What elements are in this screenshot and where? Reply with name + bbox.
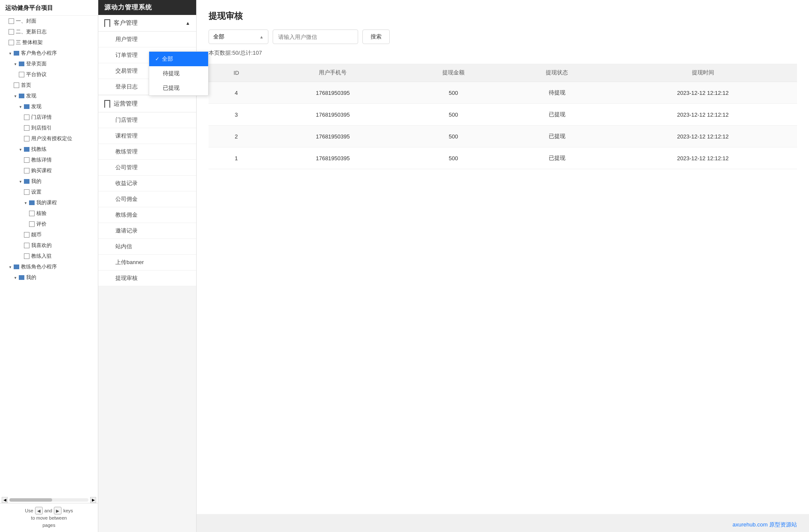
sidebar-item-cover[interactable]: 一、封面 bbox=[0, 16, 98, 26]
page-icon bbox=[24, 136, 29, 141]
expand-icon bbox=[14, 94, 18, 98]
table-row: 1 17681950395 500 已提现 2023-12-12 12:12:1… bbox=[209, 147, 797, 169]
sidebar-item-store-detail[interactable]: 门店详情 bbox=[0, 112, 98, 123]
nav-company-commission[interactable]: 公司佣金 bbox=[98, 191, 196, 207]
nav-income-record[interactable]: 收益记录 bbox=[98, 176, 196, 191]
cell-amount: 500 bbox=[402, 147, 505, 169]
sidebar-bottom: Use ◀ and ▶ keys to move between pages bbox=[0, 503, 98, 532]
sidebar-item-discover-sub[interactable]: 发现 bbox=[0, 101, 98, 112]
folder-icon bbox=[19, 62, 24, 66]
sidebar-item-coach-detail[interactable]: 教练详情 bbox=[0, 155, 98, 165]
sidebar-item-platform-agreement[interactable]: 平台协议 bbox=[0, 69, 98, 80]
left-sidebar: 运动健身平台项目 一、封面 二、更新日志 三 整体框架 客户角色小程序 登录页面… bbox=[0, 0, 98, 532]
cell-time: 2023-12-12 12:12:12 bbox=[609, 82, 797, 104]
sidebar-item-framework[interactable]: 三 整体框架 bbox=[0, 37, 98, 48]
nav-store-mgmt[interactable]: 门店管理 bbox=[98, 112, 196, 128]
nav-coach-mgmt[interactable]: 教练管理 bbox=[98, 144, 196, 160]
status-dropdown[interactable]: ✓ 全部 待提现 已提现 bbox=[149, 51, 209, 96]
sidebar-item-review[interactable]: 评价 bbox=[0, 219, 98, 229]
page-title: 提现审核 bbox=[209, 10, 797, 22]
ops-mgmt-header[interactable]: 运营管理 bbox=[98, 96, 196, 112]
page-icon bbox=[24, 168, 29, 173]
nav-withdrawal-review[interactable]: 提现审核 bbox=[98, 270, 196, 286]
cell-phone: 17681950395 bbox=[264, 82, 402, 104]
table-header-row: ID 用户手机号 提现金额 提现状态 提现时间 bbox=[209, 64, 797, 82]
sidebar-item-coach-role[interactable]: 教练角色小程序 bbox=[0, 262, 98, 272]
bookmark-icon bbox=[104, 19, 110, 27]
status-select[interactable]: 全部 ▲ bbox=[209, 29, 268, 44]
page-icon bbox=[29, 211, 35, 216]
sidebar-item-coins[interactable]: 靓币 bbox=[0, 229, 98, 240]
sidebar-item-settings[interactable]: 设置 bbox=[0, 187, 98, 197]
cell-id: 3 bbox=[209, 104, 264, 126]
nav-coach-commission[interactable]: 教练佣金 bbox=[98, 207, 196, 223]
chevron-up-icon: ▲ bbox=[185, 21, 190, 26]
scroll-right-btn[interactable]: ▶ bbox=[90, 497, 96, 503]
nav-course-mgmt[interactable]: 课程管理 bbox=[98, 128, 196, 144]
col-phone: 用户手机号 bbox=[264, 64, 402, 82]
folder-icon bbox=[19, 94, 24, 98]
col-id: ID bbox=[209, 64, 264, 82]
sidebar-item-verify[interactable]: 核验 bbox=[0, 208, 98, 219]
scroll-left-btn[interactable]: ◀ bbox=[2, 497, 8, 503]
cell-amount: 500 bbox=[402, 104, 505, 126]
nav-upload-banner[interactable]: 上传banner bbox=[98, 255, 196, 270]
data-table: ID 用户手机号 提现金额 提现状态 提现时间 4 17681950395 50… bbox=[209, 64, 797, 169]
main-content: 提现审核 全部 ▲ 搜索 本页数据:50/总计:107 ID 用户手机号 提现金… bbox=[197, 0, 809, 532]
scroll-track[interactable] bbox=[9, 498, 88, 502]
page-icon bbox=[9, 18, 14, 24]
check-icon: ✓ bbox=[155, 56, 159, 62]
sidebar-item-find-coach[interactable]: 找教练 bbox=[0, 144, 98, 155]
customer-mgmt-header[interactable]: 客户管理 ▲ bbox=[98, 15, 196, 32]
cell-phone: 17681950395 bbox=[264, 104, 402, 126]
cell-status: 已提现 bbox=[505, 104, 609, 126]
select-arrow-icon: ▲ bbox=[259, 35, 264, 39]
cell-id: 2 bbox=[209, 126, 264, 147]
dropdown-item-done[interactable]: 已提现 bbox=[149, 81, 208, 95]
sidebar-item-my-courses[interactable]: 我的课程 bbox=[0, 197, 98, 208]
cell-id: 1 bbox=[209, 147, 264, 169]
page-icon bbox=[24, 243, 29, 248]
table-row: 4 17681950395 500 待提现 2023-12-12 12:12:1… bbox=[209, 82, 797, 104]
wechat-input[interactable] bbox=[273, 29, 358, 44]
nav-section-ops: 运营管理 门店管理 课程管理 教练管理 公司管理 收益记录 公司佣金 教练佣金 … bbox=[98, 96, 196, 286]
sidebar-item-customer-role[interactable]: 客户角色小程序 bbox=[0, 48, 98, 59]
page-icon bbox=[19, 72, 24, 77]
sidebar-item-my-coach[interactable]: 我的 bbox=[0, 272, 98, 283]
sidebar-item-buy-course[interactable]: 购买课程 bbox=[0, 165, 98, 176]
cell-amount: 500 bbox=[402, 82, 505, 104]
cell-id: 4 bbox=[209, 82, 264, 104]
sidebar-item-login-page[interactable]: 登录页面 bbox=[0, 59, 98, 69]
nav-company-mgmt[interactable]: 公司管理 bbox=[98, 160, 196, 176]
sidebar-item-discover[interactable]: 发现 bbox=[0, 91, 98, 101]
table-row: 3 17681950395 500 已提现 2023-12-12 12:12:1… bbox=[209, 104, 797, 126]
content-area: 提现审核 全部 ▲ 搜索 本页数据:50/总计:107 ID 用户手机号 提现金… bbox=[197, 0, 809, 514]
nav-user-mgmt[interactable]: 用户管理 bbox=[98, 32, 196, 47]
nav-station-msg[interactable]: 站内信 bbox=[98, 239, 196, 255]
search-button[interactable]: 搜索 bbox=[362, 29, 390, 44]
cell-phone: 17681950395 bbox=[264, 126, 402, 147]
dropdown-item-all[interactable]: ✓ 全部 bbox=[149, 52, 208, 66]
col-amount: 提现金额 bbox=[402, 64, 505, 82]
sidebar-item-store-nav[interactable]: 到店指引 bbox=[0, 123, 98, 133]
nav-invite-record[interactable]: 邀请记录 bbox=[98, 223, 196, 239]
sidebar-item-no-auth[interactable]: 用户没有授权定位 bbox=[0, 133, 98, 144]
sidebar-item-favorites[interactable]: 我喜欢的 bbox=[0, 240, 98, 251]
page-icon bbox=[24, 115, 29, 120]
dropdown-item-pending[interactable]: 待提现 bbox=[149, 66, 208, 81]
page-icon bbox=[24, 157, 29, 163]
sidebar-item-my[interactable]: 我的 bbox=[0, 176, 98, 187]
sidebar-item-coach-join[interactable]: 教练入驻 bbox=[0, 251, 98, 262]
page-icon bbox=[24, 189, 29, 195]
cell-status: 已提现 bbox=[505, 147, 609, 169]
sidebar-scroll[interactable]: 一、封面 二、更新日志 三 整体框架 客户角色小程序 登录页面 平台协议 首页 bbox=[0, 16, 98, 495]
project-title: 运动健身平台项目 bbox=[0, 0, 98, 16]
sidebar-item-home[interactable]: 首页 bbox=[0, 80, 98, 91]
expand-icon bbox=[19, 147, 23, 152]
bookmark-icon bbox=[104, 100, 110, 108]
sidebar-item-update-log[interactable]: 二、更新日志 bbox=[0, 26, 98, 37]
expand-icon bbox=[9, 51, 13, 56]
page-icon bbox=[9, 40, 14, 45]
next-key-icon: ▶ bbox=[54, 507, 62, 514]
folder-icon bbox=[24, 104, 29, 109]
